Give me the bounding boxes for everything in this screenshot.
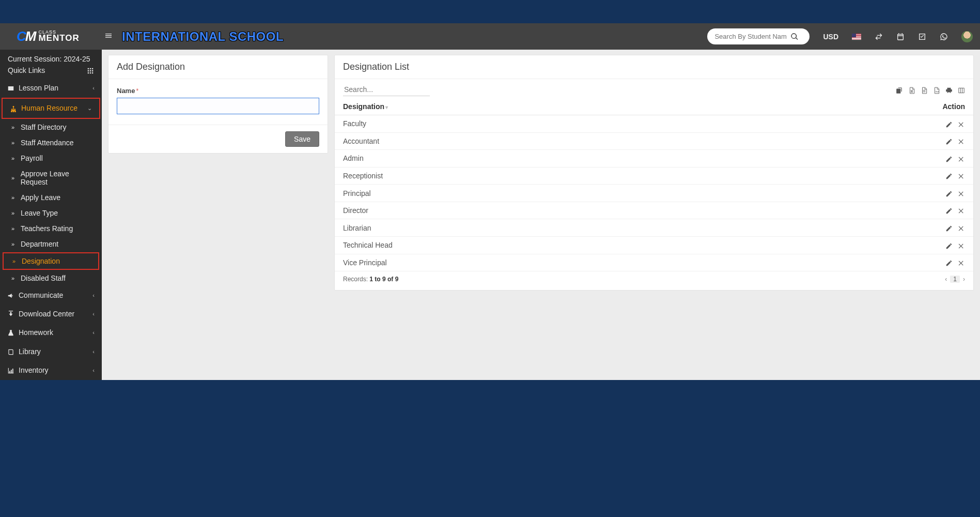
delete-icon[interactable] bbox=[958, 241, 965, 249]
sidebar-item-download-center[interactable]: Download Center ‹ bbox=[0, 305, 102, 323]
chevron-double-icon: » bbox=[11, 155, 21, 161]
user-avatar[interactable] bbox=[961, 31, 973, 42]
edit-icon[interactable] bbox=[945, 224, 953, 232]
sidebar-item-label: Inventory bbox=[19, 366, 49, 374]
sidebar-item-staff-attendance[interactable]: »Staff Attendance bbox=[0, 135, 102, 150]
table-row: Technical Head bbox=[335, 236, 973, 254]
designation-cell: Faculty bbox=[335, 115, 727, 133]
calendar-icon[interactable] bbox=[896, 33, 905, 41]
school-name: INTERNATIONAL SCHOOL bbox=[122, 29, 284, 44]
sidebar-item-disabled-staff[interactable]: »Disabled Staff bbox=[0, 270, 102, 286]
chevron-left-icon: ‹ bbox=[92, 367, 95, 373]
edit-icon[interactable] bbox=[945, 172, 953, 180]
delete-icon[interactable] bbox=[958, 138, 965, 145]
list-panel-title: Designation List bbox=[343, 62, 965, 72]
search-icon[interactable] bbox=[787, 29, 802, 44]
sidebar-item-teachers-rating[interactable]: »Teachers Rating bbox=[0, 221, 102, 236]
bullhorn-icon bbox=[7, 291, 19, 299]
app-shell: CM CLASS MENTOR INTERNATIONAL SCHOOL USD bbox=[0, 23, 980, 380]
designation-cell: Vice Principal bbox=[335, 254, 727, 271]
tasks-icon[interactable] bbox=[918, 33, 926, 41]
delete-icon[interactable] bbox=[958, 207, 965, 215]
logo[interactable]: CM CLASS MENTOR bbox=[5, 28, 98, 44]
delete-icon[interactable] bbox=[958, 224, 965, 232]
sidebar-item-payroll[interactable]: »Payroll bbox=[0, 150, 102, 166]
sidebar-item-communicate[interactable]: Communicate ‹ bbox=[0, 286, 102, 305]
sidebar-item-staff-directory[interactable]: »Staff Directory bbox=[0, 119, 102, 135]
action-cell bbox=[727, 202, 973, 219]
chevron-double-icon: » bbox=[11, 225, 21, 232]
delete-icon[interactable] bbox=[958, 120, 965, 128]
sidebar-item-label: Lesson Plan bbox=[19, 84, 58, 92]
sidebar-item-lesson-plan[interactable]: Lesson Plan ‹ bbox=[0, 79, 102, 97]
svg-rect-2 bbox=[13, 111, 14, 112]
sidebar-item-homework[interactable]: Homework ‹ bbox=[0, 323, 102, 342]
search-input[interactable] bbox=[714, 33, 787, 40]
swap-icon[interactable] bbox=[875, 33, 883, 41]
sidebar-item-library[interactable]: Library ‹ bbox=[0, 342, 102, 360]
chevron-double-icon: » bbox=[12, 258, 22, 264]
grid-icon[interactable] bbox=[87, 66, 94, 74]
table-row: Receptionist bbox=[335, 167, 973, 185]
name-input[interactable] bbox=[117, 98, 319, 114]
chevron-double-icon: » bbox=[11, 275, 21, 281]
edit-icon[interactable] bbox=[945, 189, 953, 197]
sidebar-item-department[interactable]: »Department bbox=[0, 236, 102, 252]
chevron-left-icon: ‹ bbox=[92, 85, 95, 91]
chevron-double-icon: » bbox=[11, 140, 21, 146]
card-icon bbox=[7, 84, 19, 92]
name-label: Name bbox=[117, 87, 135, 95]
edit-icon[interactable] bbox=[945, 155, 953, 162]
save-button[interactable]: Save bbox=[285, 131, 319, 147]
copy-icon[interactable] bbox=[896, 85, 903, 94]
delete-icon[interactable] bbox=[958, 259, 965, 267]
sidebar-item-label: Library bbox=[19, 347, 41, 356]
add-panel-title: Add Designation bbox=[117, 62, 319, 72]
chevron-down-icon: ⌄ bbox=[87, 105, 92, 112]
quick-links-label[interactable]: Quick Links bbox=[8, 66, 45, 74]
export-excel-icon[interactable] bbox=[908, 85, 915, 94]
delete-icon[interactable] bbox=[958, 172, 965, 180]
pager-prev[interactable]: ‹ bbox=[945, 276, 947, 283]
currency-label[interactable]: USD bbox=[823, 33, 838, 41]
action-cell bbox=[727, 254, 973, 271]
delete-icon[interactable] bbox=[958, 189, 965, 197]
student-search[interactable] bbox=[707, 28, 810, 44]
sidebar-item-label: Human Resource bbox=[21, 104, 77, 112]
col-designation[interactable]: Designation▾ bbox=[335, 98, 727, 115]
table-row: Librarian bbox=[335, 219, 973, 237]
columns-icon[interactable] bbox=[958, 85, 965, 94]
sidebar-item-approve-leave[interactable]: »Approve Leave Request bbox=[0, 166, 102, 190]
edit-icon[interactable] bbox=[945, 259, 953, 267]
svg-text:PDF: PDF bbox=[936, 90, 939, 93]
list-search-input[interactable] bbox=[343, 83, 430, 96]
edit-icon[interactable] bbox=[945, 138, 953, 145]
sidebar-item-human-resource[interactable]: Human Resource ⌄ bbox=[3, 99, 99, 117]
sidebar-item-apply-leave[interactable]: »Apply Leave bbox=[0, 190, 102, 205]
print-icon[interactable] bbox=[945, 85, 953, 94]
export-csv-icon[interactable] bbox=[921, 85, 928, 94]
pager-page-number[interactable]: 1 bbox=[950, 276, 960, 283]
action-cell bbox=[727, 115, 973, 133]
hamburger-icon[interactable] bbox=[104, 32, 113, 42]
sidebar-item-label: Homework bbox=[19, 328, 53, 337]
table-row: Principal bbox=[335, 185, 973, 202]
chevron-double-icon: » bbox=[11, 210, 21, 216]
designation-cell: Receptionist bbox=[335, 167, 727, 185]
export-pdf-icon[interactable]: PDF bbox=[933, 85, 940, 94]
sidebar-item-inventory[interactable]: Inventory ‹ bbox=[0, 361, 102, 379]
topbar: CM CLASS MENTOR INTERNATIONAL SCHOOL USD bbox=[0, 23, 980, 50]
delete-icon[interactable] bbox=[958, 155, 965, 162]
edit-icon[interactable] bbox=[945, 120, 953, 128]
sidebar-item-designation[interactable]: »Designation bbox=[4, 253, 98, 269]
whatsapp-icon[interactable] bbox=[940, 33, 948, 41]
sort-caret-icon: ▾ bbox=[385, 104, 388, 110]
flag-us-icon[interactable] bbox=[852, 34, 861, 40]
flask-icon bbox=[7, 328, 19, 337]
sidebar-item-leave-type[interactable]: »Leave Type bbox=[0, 205, 102, 221]
chevron-left-icon: ‹ bbox=[92, 348, 95, 355]
pager-next[interactable]: › bbox=[963, 276, 965, 283]
edit-icon[interactable] bbox=[945, 241, 953, 249]
edit-icon[interactable] bbox=[945, 207, 953, 215]
download-icon bbox=[7, 310, 19, 318]
